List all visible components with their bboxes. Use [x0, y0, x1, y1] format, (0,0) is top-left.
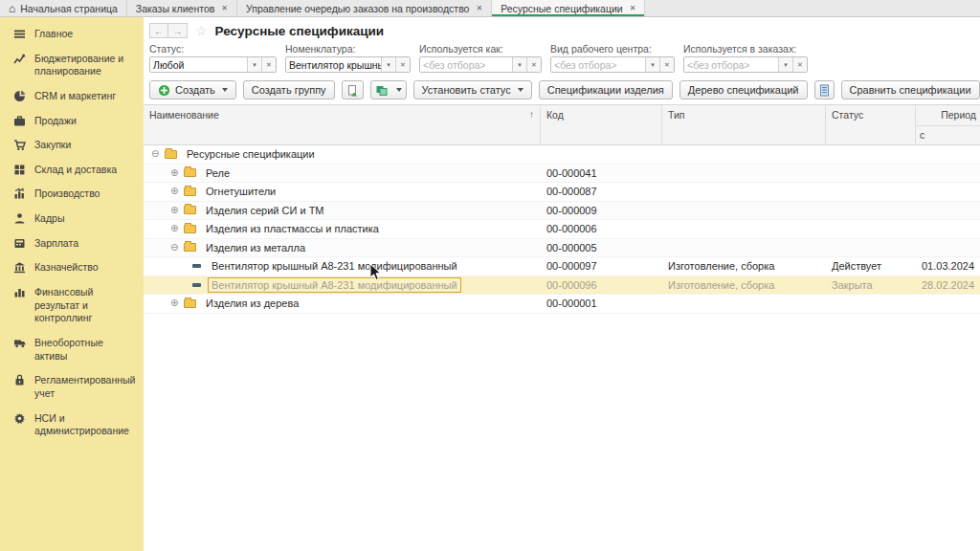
row-name: Изделия из металла — [202, 240, 309, 255]
dropdown-button[interactable]: ▾ — [512, 57, 526, 72]
tab-label: Ресурсные спецификации — [501, 3, 623, 14]
clear-button[interactable]: ✕ — [261, 57, 276, 72]
view-mode-button[interactable] — [370, 80, 407, 99]
clear-button[interactable]: ✕ — [395, 57, 410, 72]
close-icon[interactable]: ✕ — [630, 4, 636, 12]
row-name: Реле — [202, 165, 234, 181]
compare-specifications-button[interactable]: Сравнить спецификации — [841, 80, 980, 99]
back-button[interactable]: ← — [149, 23, 168, 38]
close-icon[interactable]: ✕ — [221, 4, 228, 12]
copy-icon — [346, 84, 359, 97]
warehouse-icon — [12, 164, 26, 176]
table-row[interactable]: Вентилятор крышный А8-231 модифицированн… — [144, 276, 980, 296]
nomenclature-filter: Номенклатура: Вентилятор крышный А8- ▾ ✕ — [285, 43, 411, 73]
dropdown-button[interactable]: ▾ — [645, 57, 659, 72]
work-center-type-filter-value[interactable]: <без отбора> — [551, 57, 645, 72]
row-name: Ресурсные спецификации — [183, 146, 319, 162]
row-period-from: 01.03.2024 — [916, 260, 980, 272]
tab-customer-orders[interactable]: Заказы клиентов ✕ — [127, 0, 237, 16]
clear-button[interactable]: ✕ — [659, 57, 674, 72]
dropdown-button[interactable]: ▾ — [247, 57, 261, 72]
create-button-label: Создать — [175, 84, 215, 96]
forward-button[interactable]: → — [168, 23, 188, 38]
table-row[interactable]: ⊕Изделия серий СИ и ТМ00-000009 — [144, 202, 980, 221]
sidebar-item-planning-chart[interactable]: Бюджетирование и планирование — [0, 47, 144, 84]
close-icon[interactable]: ✕ — [476, 4, 482, 12]
expand-icon[interactable]: ⊕ — [170, 168, 184, 178]
table-row[interactable]: ⊕Огнетушители00-000087 — [144, 183, 980, 202]
tab-label: Управление очередью заказов на производс… — [246, 3, 469, 14]
row-name: Огнетушители — [202, 184, 279, 199]
clear-button[interactable]: ✕ — [792, 57, 807, 72]
expand-icon[interactable]: ⊕ — [170, 187, 184, 196]
used-in-orders-filter-value[interactable]: <без отбора> — [684, 57, 778, 72]
folder-icon — [184, 243, 196, 252]
column-header-status[interactable]: Статус — [826, 105, 916, 144]
row-code: 00-000009 — [541, 205, 662, 216]
column-header-code[interactable]: Код — [541, 105, 662, 144]
column-header-name[interactable]: Наименование ↑ — [144, 105, 541, 144]
window-tab-bar: ⌂ Начальная страница Заказы клиентов ✕ У… — [0, 0, 980, 17]
sidebar-item-pie-chart[interactable]: CRM и маркетинг — [0, 84, 144, 109]
tab-production-order-queue[interactable]: Управление очередью заказов на производс… — [237, 0, 492, 16]
sidebar-item-salary[interactable]: Зарплата — [0, 231, 144, 256]
sidebar-item-warehouse[interactable]: Склад и доставка — [0, 158, 144, 183]
treasury-icon — [12, 261, 26, 274]
status-filter-value[interactable]: Любой — [150, 57, 247, 72]
specification-tree-button[interactable]: Дерево спецификаций — [679, 80, 808, 99]
section-sidebar: Главное Бюджетирование и планирование CR… — [0, 17, 144, 551]
dropdown-button[interactable]: ▾ — [778, 57, 792, 72]
create-group-button[interactable]: Создать группу — [243, 80, 335, 99]
cart-icon — [12, 139, 26, 151]
copy-button[interactable] — [342, 80, 364, 99]
structure-icon — [819, 84, 830, 97]
collapse-icon[interactable]: ⊖ — [151, 149, 165, 159]
tab-resource-specifications[interactable]: Ресурсные спецификации ✕ — [492, 0, 645, 16]
table-row[interactable]: Вентилятор крышный А8-231 модифицированн… — [144, 257, 980, 276]
sidebar-item-person[interactable]: Кадры — [0, 207, 144, 231]
sidebar-item-gear[interactable]: НСИ и администрирование — [0, 407, 144, 444]
table-row[interactable]: ⊕Реле00-000041 — [144, 165, 980, 184]
expand-icon[interactable]: ⊕ — [170, 224, 184, 233]
collapse-icon[interactable]: ⊖ — [170, 243, 184, 253]
expand-icon[interactable]: ⊕ — [170, 298, 184, 308]
sidebar-item-menu[interactable]: Главное — [0, 22, 144, 47]
table-row[interactable]: ⊖Ресурсные спецификации — [144, 145, 980, 165]
sidebar-item-production[interactable]: Производство — [0, 182, 144, 207]
specifications-table: Наименование ↑ Код Тип Статус Период с ⊖… — [144, 104, 980, 314]
sidebar-item-cart[interactable]: Закупки — [0, 133, 144, 158]
truck-icon — [12, 337, 26, 349]
clear-button[interactable]: ✕ — [526, 57, 541, 72]
expand-icon[interactable]: ⊕ — [170, 206, 184, 215]
tab-label: Заказы клиентов — [136, 3, 214, 14]
favorite-star-icon[interactable]: ☆ — [195, 24, 208, 37]
tab-label: Начальная страница — [20, 3, 118, 14]
bar-chart-icon — [12, 286, 26, 298]
table-row[interactable]: ⊕Изделия из пластмассы и пластика00-0000… — [144, 220, 980, 239]
person-icon — [12, 212, 26, 225]
tab-home[interactable]: ⌂ Начальная страница — [0, 0, 127, 16]
nomenclature-filter-value[interactable]: Вентилятор крышный А8- — [286, 57, 381, 72]
used-as-filter-value[interactable]: <без отбора> — [420, 57, 512, 72]
row-name: Изделия серий СИ и ТМ — [202, 203, 328, 218]
create-button[interactable]: Создать — [149, 80, 236, 99]
column-header-type[interactable]: Тип — [662, 105, 826, 144]
row-code: 00-000096 — [541, 279, 662, 291]
table-row[interactable]: ⊖Изделия из металла00-000005 — [144, 239, 980, 258]
sidebar-item-briefcase[interactable]: Продажи — [0, 109, 144, 134]
column-header-period[interactable]: Период с — [916, 105, 980, 144]
set-status-button[interactable]: Установить статус — [413, 80, 532, 99]
sidebar-item-truck[interactable]: Внеоборотные активы — [0, 331, 144, 368]
product-structure-button[interactable] — [814, 80, 835, 99]
sidebar-item-ledger[interactable]: Регламентированный учет — [0, 368, 144, 406]
dropdown-button[interactable]: ▾ — [381, 57, 395, 72]
production-icon — [12, 187, 26, 200]
create-plus-icon — [158, 84, 170, 97]
table-header: Наименование ↑ Код Тип Статус Период с — [144, 105, 980, 145]
filter-row: Статус: Любой ▾ ✕ Номенклатура: Вентилят… — [144, 42, 980, 77]
table-body: ⊖Ресурсные спецификации⊕Реле00-000041⊕Ог… — [144, 145, 980, 314]
sidebar-item-bar-chart[interactable]: Финансовый результат и контроллинг — [0, 280, 144, 331]
table-row[interactable]: ⊕Изделия из дерева00-000001 — [144, 295, 980, 314]
product-specifications-button[interactable]: Спецификации изделия — [539, 80, 673, 99]
sidebar-item-treasury[interactable]: Казначейство — [0, 255, 144, 280]
